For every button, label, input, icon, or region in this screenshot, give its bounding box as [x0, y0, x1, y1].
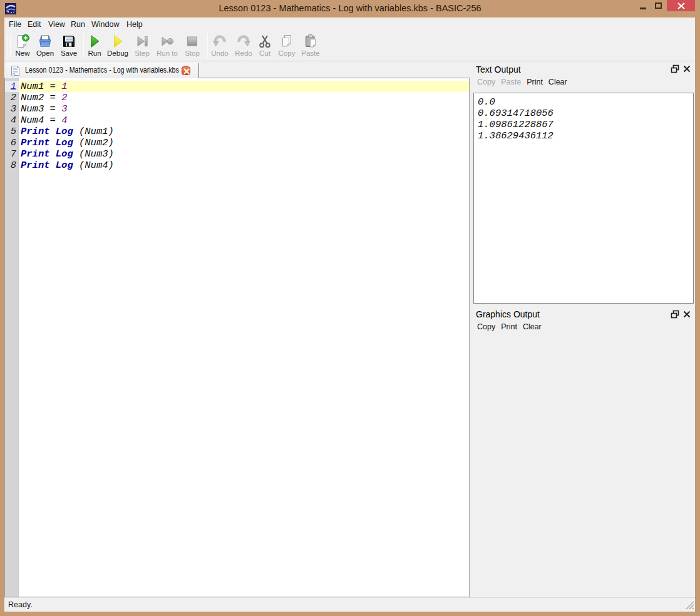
line-number: 5 — [5, 126, 16, 137]
text-output-toolbar: CopyPastePrintClear — [477, 76, 573, 86]
tab-lesson-file[interactable]: Lesson 0123 - Mathematics - Log with var… — [4, 63, 199, 78]
code-token-number: 4 — [61, 115, 67, 126]
menu-run[interactable]: Run — [71, 19, 85, 30]
active-line-highlight — [19, 81, 469, 92]
close-icon — [677, 3, 685, 9]
menu-window[interactable]: Window — [91, 19, 119, 30]
code-token-number: 2 — [61, 92, 67, 103]
text-output-area[interactable]: 0.00.693147180561.098612288671.386294361… — [473, 93, 694, 304]
float-panel-icon[interactable] — [671, 310, 679, 319]
basic256-window: Lesson 0123 - Mathematics - Log with var… — [0, 0, 700, 616]
code-line: Num4 = 4 — [21, 115, 67, 126]
text-output-print-button[interactable]: Print — [527, 78, 543, 86]
toolbar: NewOpenSaveRunDebugStepRun toStopUndoRed… — [4, 30, 695, 61]
line-number: 1 — [5, 81, 16, 92]
graphics-output-copy-button[interactable]: Copy — [477, 322, 495, 331]
close-icon — [183, 68, 190, 74]
code-token-number: 1 — [61, 81, 67, 92]
text-output-clear-button[interactable]: Clear — [548, 78, 567, 86]
code-token-plain: (Num3) — [73, 148, 114, 160]
output-line: 0.69314718056 — [478, 108, 553, 119]
code-token-plain: Num2 = — [21, 92, 61, 103]
code-line: Num2 = 2 — [21, 92, 67, 103]
menu-file[interactable]: File — [9, 19, 21, 30]
code-token-keyword: Print Log — [21, 148, 73, 160]
menu-help[interactable]: Help — [126, 19, 143, 30]
tab-bar: Lesson 0123 - Mathematics - Log with var… — [4, 62, 470, 78]
code-editor[interactable]: 12345678 Num1 = 1Num2 = 2Num3 = 3Num4 = … — [4, 78, 470, 597]
code-token-keyword: Print Log — [21, 137, 73, 148]
paste-icon — [294, 34, 327, 49]
code-token-plain: (Num4) — [73, 160, 114, 171]
menu-view[interactable]: View — [48, 19, 65, 30]
code-token-plain: Num1 = — [21, 81, 61, 92]
text-output-copy-button: Copy — [477, 78, 495, 86]
document-icon — [11, 65, 20, 79]
menu-edit[interactable]: Edit — [28, 19, 41, 30]
maximize-icon — [655, 3, 662, 9]
code-line: Print Log (Num4) — [21, 160, 114, 171]
maximize-button[interactable] — [652, 0, 666, 13]
output-line: 1.09861228867 — [478, 119, 553, 130]
code-token-plain: Num3 = — [21, 103, 61, 115]
code-line: Print Log (Num2) — [21, 137, 114, 148]
line-number: 3 — [5, 103, 16, 115]
menu-bar: FileEditViewRunWindowHelp — [4, 18, 695, 30]
graphics-output-print-button[interactable]: Print — [501, 322, 517, 331]
status-text: Ready. — [8, 600, 33, 609]
code-token-number: 3 — [61, 103, 67, 115]
code-token-plain: (Num2) — [73, 137, 114, 148]
code-line: Num1 = 1 — [21, 81, 67, 92]
line-number-gutter: 12345678 — [5, 78, 19, 597]
paste-button: Paste — [294, 33, 327, 59]
code-line: Print Log (Num1) — [21, 126, 114, 137]
graphics-output-title: Graphics Output — [476, 309, 540, 319]
line-number: 7 — [5, 148, 16, 160]
code-line: Num3 = 3 — [21, 103, 67, 115]
float-panel-icon[interactable] — [671, 64, 679, 73]
code-token-plain: (Num1) — [73, 126, 114, 137]
graphics-output-clear-button[interactable]: Clear — [523, 322, 542, 331]
line-number: 8 — [5, 160, 16, 171]
text-output-title: Text Output — [476, 64, 521, 74]
resize-grip[interactable] — [684, 600, 694, 612]
close-icon[interactable] — [682, 64, 691, 73]
close-button[interactable] — [667, 0, 695, 11]
code-token-keyword: Print Log — [21, 160, 73, 171]
code-token-keyword: Print Log — [21, 126, 73, 137]
status-bar: Ready. — [4, 597, 695, 612]
line-number: 6 — [5, 137, 16, 148]
graphics-output-toolbar: CopyPrintClear — [477, 321, 547, 331]
output-line: 0.0 — [478, 96, 495, 108]
toolbar-button-label: Paste — [294, 49, 327, 57]
close-icon[interactable] — [682, 310, 691, 319]
line-number: 2 — [5, 92, 16, 103]
minimize-icon — [640, 8, 646, 9]
code-line: Print Log (Num3) — [21, 148, 114, 160]
output-line: 1.38629436112 — [478, 130, 553, 141]
window-title: Lesson 0123 - Mathematics - Log with var… — [0, 0, 700, 17]
tab-close-button[interactable] — [182, 66, 190, 75]
line-number: 4 — [5, 115, 16, 126]
code-token-plain: Num4 = — [21, 115, 61, 126]
title-bar: Lesson 0123 - Mathematics - Log with var… — [0, 0, 700, 18]
text-output-paste-button: Paste — [501, 78, 521, 86]
tab-title: Lesson 0123 - Mathematics - Log with var… — [25, 66, 179, 74]
